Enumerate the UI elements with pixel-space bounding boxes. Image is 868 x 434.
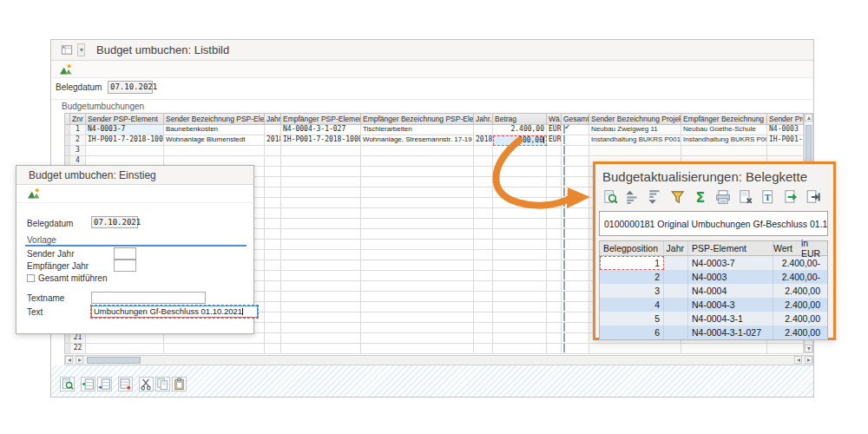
cell-belegposition[interactable]: 5 [600, 312, 664, 326]
scroll-left-end-icon[interactable] [794, 356, 802, 364]
cell-jahr[interactable] [664, 284, 688, 298]
table-cell-empf_psp[interactable] [281, 312, 361, 323]
table-cell-empf_psp[interactable] [281, 292, 361, 302]
table-cell-jahr2[interactable] [474, 219, 493, 229]
gesamt-checkbox[interactable] [563, 156, 565, 165]
empfaenger-jahr-field[interactable] [114, 260, 136, 272]
column-header-psp-element[interactable]: PSP-Element [688, 241, 773, 255]
table-cell-jahr2[interactable] [474, 323, 493, 333]
table-cell-jahr2[interactable] [474, 333, 493, 344]
table-cell-jahr2[interactable] [474, 177, 493, 187]
table-cell-jahr1[interactable] [265, 333, 281, 344]
table-cell-jahr1[interactable] [265, 240, 281, 250]
table-cell-waehrung[interactable] [547, 240, 562, 250]
row-number-cell[interactable]: 21 [70, 333, 86, 344]
table-cell-jahr1[interactable] [265, 177, 281, 187]
table-cell-jahr2[interactable] [474, 146, 493, 156]
table-cell-jahr2[interactable] [474, 292, 493, 302]
table-cell-jahr1[interactable] [265, 208, 281, 219]
table-cell-jahr1[interactable] [265, 187, 281, 198]
chevron-down-icon[interactable] [77, 43, 85, 56]
cut-icon[interactable] [139, 377, 154, 391]
table-cell-jahr2[interactable] [474, 281, 493, 292]
belegkette-row[interactable]: 3N4-00042.400,00 [600, 284, 827, 298]
table-cell-empf_bez[interactable] [361, 240, 474, 250]
table-cell-empf_psp[interactable] [281, 187, 361, 198]
table-cell-sender_psp[interactable] [86, 333, 164, 344]
gesamt-checkbox[interactable] [563, 187, 565, 196]
column-header-sender_bez[interactable]: Sender Bezeichnung PSP-Element [164, 114, 265, 125]
print-icon[interactable] [715, 189, 731, 205]
table-cell-betrag[interactable] [493, 333, 547, 344]
table-cell-empf_bez[interactable] [361, 177, 474, 187]
scroll-right-icon[interactable] [76, 356, 83, 364]
table-cell-jahr1[interactable] [265, 125, 281, 135]
table-cell-empf_psp[interactable] [281, 208, 361, 219]
table-cell-empf_psp[interactable] [281, 177, 361, 187]
table-cell-betrag[interactable] [493, 208, 547, 219]
table-cell-empf_bez[interactable] [361, 333, 474, 344]
table-cell-sender_bez[interactable] [164, 146, 265, 156]
table-cell-waehrung[interactable] [547, 187, 562, 198]
table-cell-waehrung[interactable] [547, 292, 562, 302]
column-header-wert[interactable]: Wertin EUR [773, 241, 827, 255]
cell-belegposition[interactable]: 2 [600, 270, 664, 284]
table-cell-betrag[interactable] [493, 344, 547, 354]
table-cell-empf_bez[interactable] [361, 187, 474, 198]
table-cell-empf_bez[interactable] [361, 219, 474, 229]
column-header-sender_psp[interactable]: Sender PSP-Element [86, 114, 164, 125]
table-cell-jahr1[interactable] [265, 219, 281, 229]
overview-icon[interactable] [59, 62, 73, 76]
scroll-right-end-icon[interactable] [805, 356, 812, 364]
table-cell-empf_bez[interactable] [361, 250, 474, 260]
table-cell-empf_psp[interactable] [281, 281, 361, 292]
table-cell-waehrung[interactable] [547, 344, 562, 354]
table-cell-jahr2[interactable] [474, 344, 493, 354]
table-cell-jahr1[interactable]: 2018 [265, 135, 281, 146]
table-cell-empf_psp[interactable] [281, 344, 361, 354]
table-cell-waehrung[interactable] [547, 146, 562, 156]
cell-jahr[interactable] [664, 256, 688, 270]
textname-field[interactable] [91, 292, 206, 304]
table-cell-sender_psp[interactable] [86, 146, 164, 156]
table-cell-jahr1[interactable] [265, 312, 281, 323]
row-number-cell[interactable]: 2 [70, 135, 86, 146]
belegkette-row[interactable]: 6N4-0004-3-1-0272.400,00 [600, 326, 827, 339]
scroll-down-icon[interactable] [805, 345, 812, 352]
table-cell-waehrung[interactable] [547, 156, 562, 167]
paste-icon[interactable] [172, 377, 187, 391]
gesamt-checkbox[interactable] [563, 312, 565, 321]
end-icon[interactable] [806, 189, 821, 205]
gesamt-checkbox[interactable] [563, 229, 565, 238]
gesamt-checkbox[interactable] [563, 125, 565, 134]
table-cell-sender_psp[interactable] [86, 344, 164, 354]
table-cell-betrag[interactable]: 800,00 [493, 135, 547, 146]
table-cell-empf_psp[interactable] [281, 240, 361, 250]
table-cell-empf_bez[interactable]: Wohnanlage, Stresemannstr. 17-19 [361, 135, 474, 146]
column-header-waehrung[interactable]: Wä... [547, 114, 562, 125]
cell-belegposition[interactable]: 1 [600, 256, 664, 270]
cell-psp-element[interactable]: N4-0004 [688, 284, 773, 298]
table-cell-betrag[interactable] [493, 156, 547, 167]
table-cell-waehrung[interactable] [547, 302, 562, 312]
cell-wert[interactable]: 2.400,00 [773, 326, 827, 339]
send-icon[interactable] [783, 189, 799, 205]
table-cell-waehrung[interactable] [547, 229, 562, 240]
table-cell-betrag[interactable] [493, 219, 547, 229]
cell-belegposition[interactable]: 6 [600, 326, 664, 339]
gesamt-checkbox[interactable] [563, 208, 565, 217]
table-cell-waehrung[interactable] [547, 333, 562, 344]
table-cell-waehrung[interactable]: EUR [547, 125, 562, 135]
table-cell-jahr2[interactable] [474, 260, 493, 271]
gesamt-checkbox[interactable] [563, 135, 565, 144]
belegdatum-field[interactable]: 07.10.2021 [91, 216, 138, 228]
gesamt-checkbox[interactable] [563, 219, 565, 227]
table-cell-jahr1[interactable] [265, 198, 281, 208]
column-header-belegposition[interactable]: Belegposition [600, 241, 664, 255]
cell-jahr[interactable] [664, 270, 688, 284]
table-cell-jahr1[interactable] [265, 260, 281, 271]
cell-wert[interactable]: 2.400,00 [773, 312, 827, 326]
insert-line-icon[interactable] [81, 377, 95, 391]
table-cell-jahr2[interactable] [474, 208, 493, 219]
table-cell-empf_bez[interactable] [361, 198, 474, 208]
